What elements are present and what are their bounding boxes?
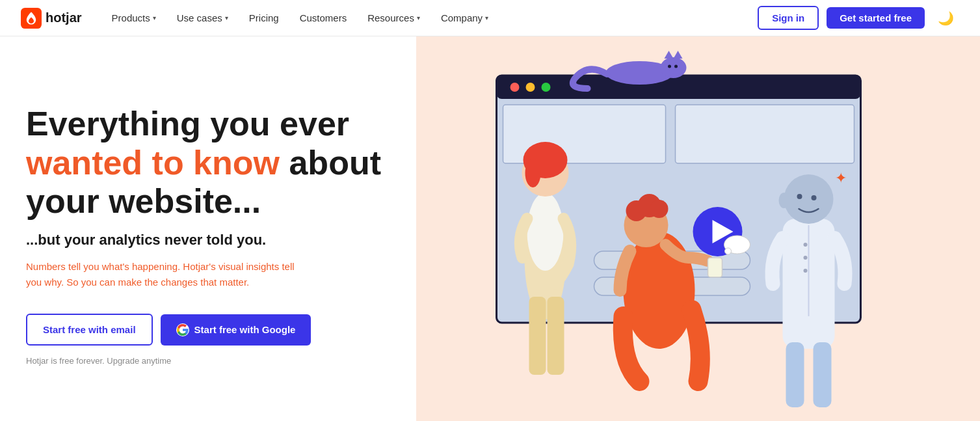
svg-point-14 [661, 57, 687, 78]
svg-rect-24 [529, 297, 546, 375]
hero-title-highlight: wanted to know [26, 144, 280, 182]
hero-title: Everything you ever wanted to know about… [26, 105, 390, 221]
navbar: hotjar Products ▾ Use cases ▾ Pricing Cu… [0, 0, 980, 36]
hero-subtitle: ...but your analytics never told you. [26, 232, 390, 249]
svg-point-17 [668, 65, 671, 68]
nav-item-usecases[interactable]: Use cases ▾ [168, 7, 237, 29]
svg-rect-43 [786, 342, 804, 407]
hero-description: Numbers tell you what's happening. Hotja… [26, 259, 299, 290]
nav-item-company[interactable]: Company ▾ [432, 7, 497, 29]
svg-point-6 [542, 83, 551, 92]
chevron-down-icon: ▾ [153, 14, 156, 21]
hero-cta: Start free with email Start free with Go… [26, 314, 390, 346]
hero-illustration: ✦ [416, 36, 980, 421]
svg-point-39 [784, 174, 834, 224]
nav-links: Products ▾ Use cases ▾ Pricing Customers… [103, 7, 758, 29]
svg-rect-44 [814, 342, 832, 407]
svg-point-37 [804, 256, 808, 260]
svg-point-33 [725, 248, 732, 254]
svg-rect-8 [676, 105, 854, 163]
svg-point-5 [526, 83, 535, 92]
svg-point-38 [804, 269, 808, 273]
start-google-button[interactable]: Start free with Google [161, 314, 311, 346]
hero-footnote: Hotjar is free forever. Upgrade anytime [26, 356, 390, 366]
nav-item-products[interactable]: Products ▾ [103, 7, 165, 29]
chevron-down-icon: ▾ [417, 14, 420, 21]
svg-point-36 [804, 243, 808, 247]
hero-section: Everything you ever wanted to know about… [0, 36, 980, 421]
theme-toggle-button[interactable]: 🌙 [933, 8, 959, 29]
svg-text:✦: ✦ [835, 170, 847, 186]
get-started-button[interactable]: Get started free [827, 7, 925, 29]
svg-point-4 [510, 83, 520, 92]
nav-item-resources[interactable]: Resources ▾ [358, 7, 429, 29]
logo-text: hotjar [46, 10, 82, 25]
hotjar-logo-icon [21, 8, 42, 29]
google-icon [176, 323, 189, 336]
svg-point-30 [650, 200, 669, 218]
svg-point-23 [525, 159, 541, 187]
start-email-button[interactable]: Start free with email [26, 314, 153, 346]
svg-rect-25 [548, 297, 564, 375]
svg-point-42 [779, 193, 789, 208]
svg-point-40 [797, 194, 802, 199]
svg-point-20 [527, 193, 564, 271]
hero-svg-illustration: ✦ [416, 36, 980, 421]
nav-item-pricing[interactable]: Pricing [240, 7, 288, 29]
logo[interactable]: hotjar [21, 8, 82, 29]
chevron-down-icon: ▾ [485, 14, 488, 21]
chevron-down-icon: ▾ [225, 14, 228, 21]
nav-actions: Sign in Get started free 🌙 [758, 6, 959, 30]
svg-rect-31 [708, 258, 722, 277]
svg-point-18 [674, 65, 678, 68]
signin-button[interactable]: Sign in [758, 6, 819, 30]
hero-content: Everything you ever wanted to know about… [0, 36, 416, 421]
nav-item-customers[interactable]: Customers [291, 7, 356, 29]
svg-point-41 [812, 195, 817, 200]
svg-rect-3 [497, 75, 861, 99]
